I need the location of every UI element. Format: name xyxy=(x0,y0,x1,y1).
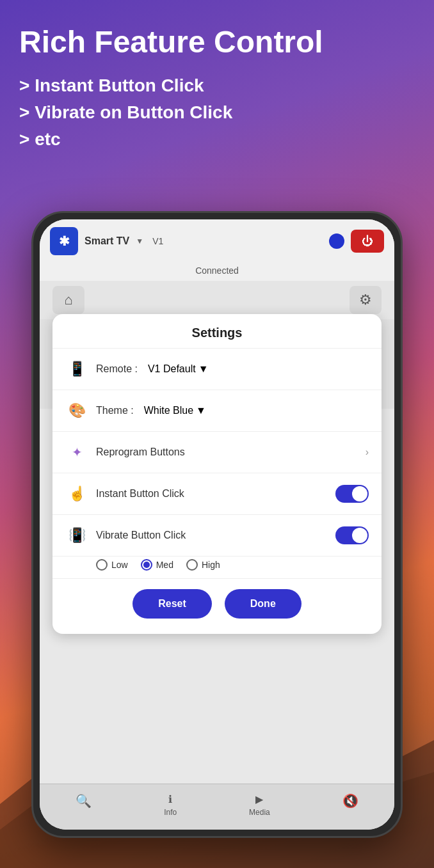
phone-mockup: ✱ Smart TV ▼ V1 ⏻ Connected ⌂ ⚙ xyxy=(31,211,403,838)
vibrate-options-row: Low Med High xyxy=(52,556,382,579)
remote-icon: 📱 xyxy=(65,358,88,381)
phone-screen: ✱ Smart TV ▼ V1 ⏻ Connected ⌂ ⚙ xyxy=(40,219,394,830)
instant-click-toggle[interactable] xyxy=(335,485,369,503)
search-icon: 🔍 xyxy=(76,793,92,809)
device-name-label: Smart TV xyxy=(84,235,129,247)
settings-title: Settings xyxy=(52,314,382,349)
device-dropdown-arrow[interactable]: ▼ xyxy=(136,237,143,246)
remote-value: V1 Default xyxy=(148,363,196,375)
power-icon: ⏻ xyxy=(362,235,373,248)
bottom-nav-search[interactable]: 🔍 xyxy=(65,791,102,819)
bottom-nav-info[interactable]: ℹ Info xyxy=(154,791,187,819)
instant-click-setting-row: ☝ Instant Button Click xyxy=(52,473,382,515)
instant-click-label: Instant Button Click xyxy=(96,488,184,500)
theme-label: Theme : xyxy=(96,405,134,416)
info-label: Info xyxy=(164,808,177,817)
theme-setting-row: 🎨 Theme : White Blue ▼ xyxy=(52,390,382,432)
home-button[interactable]: ⌂ xyxy=(52,286,84,314)
version-label: V1 xyxy=(152,236,163,246)
features-list: > Instant Button Click > Vibrate on Butt… xyxy=(19,72,415,153)
info-icon: ℹ xyxy=(168,793,172,805)
remote-dropdown-arrow: ▼ xyxy=(198,363,209,375)
settings-button[interactable]: ⚙ xyxy=(350,286,382,314)
remote-dropdown[interactable]: V1 Default ▼ xyxy=(148,363,209,375)
header-section: Rich Feature Control > Instant Button Cl… xyxy=(0,13,434,166)
vibrate-high-radio[interactable] xyxy=(186,559,198,571)
vibrate-low-radio[interactable] xyxy=(96,559,108,571)
vibrate-high-label: High xyxy=(202,560,220,570)
bottom-nav-mute[interactable]: 🔇 xyxy=(332,791,369,819)
vibrate-setting-row: 📳 Vibrate Button Click xyxy=(52,515,382,556)
media-icon: ▶ xyxy=(255,793,263,805)
app-nav-row: ⌂ ⚙ xyxy=(40,281,394,319)
vibrate-label: Vibrate Button Click xyxy=(96,530,186,541)
connected-status: Connected xyxy=(40,263,394,281)
feature-1: > Instant Button Click xyxy=(19,72,415,99)
bottom-navigation: 🔍 ℹ Info ▶ Media 🔇 xyxy=(40,784,394,830)
vibrate-low-label: Low xyxy=(111,560,128,570)
theme-dropdown-arrow: ▼ xyxy=(196,405,206,416)
vibrate-icon: 📳 xyxy=(65,524,88,547)
connection-indicator xyxy=(329,233,344,249)
reprogram-label: Reprogram Buttons xyxy=(96,446,185,458)
reprogram-chevron: › xyxy=(366,446,369,458)
reprogram-icon: ✦ xyxy=(65,441,88,464)
feature-3: > etc xyxy=(19,126,415,153)
vibrate-high-option[interactable]: High xyxy=(186,559,220,571)
remote-label: Remote : xyxy=(96,363,138,375)
app-topbar: ✱ Smart TV ▼ V1 ⏻ xyxy=(40,219,394,263)
theme-icon: 🎨 xyxy=(65,399,88,422)
page-title: Rich Feature Control xyxy=(19,26,415,59)
theme-value: White Blue xyxy=(144,405,193,416)
reset-button[interactable]: Reset xyxy=(133,589,212,619)
vibrate-toggle[interactable] xyxy=(335,526,369,544)
remote-setting-row: 📱 Remote : V1 Default ▼ xyxy=(52,349,382,390)
bluetooth-icon: ✱ xyxy=(59,233,70,249)
feature-2: > Vibrate on Button Click xyxy=(19,99,415,126)
bluetooth-button[interactable]: ✱ xyxy=(50,227,78,255)
instant-click-icon: ☝ xyxy=(65,482,88,505)
mute-icon: 🔇 xyxy=(342,793,358,809)
power-button[interactable]: ⏻ xyxy=(351,230,384,253)
app-content: ✱ Smart TV ▼ V1 ⏻ Connected ⌂ ⚙ xyxy=(40,219,394,830)
done-button[interactable]: Done xyxy=(225,589,301,619)
bottom-nav-media[interactable]: ▶ Media xyxy=(239,791,280,819)
home-icon: ⌂ xyxy=(64,292,72,308)
vibrate-med-radio[interactable] xyxy=(141,559,152,571)
vibrate-med-option[interactable]: Med xyxy=(141,559,173,571)
media-label: Media xyxy=(249,808,270,817)
theme-dropdown[interactable]: White Blue ▼ xyxy=(144,405,206,416)
vibrate-med-label: Med xyxy=(156,560,173,570)
reprogram-setting-row[interactable]: ✦ Reprogram Buttons › xyxy=(52,432,382,473)
settings-gear-icon: ⚙ xyxy=(359,292,372,308)
vibrate-low-option[interactable]: Low xyxy=(96,559,128,571)
dialog-buttons: Reset Done xyxy=(52,579,382,621)
settings-dialog: Settings 📱 Remote : V1 Default ▼ 🎨 Theme… xyxy=(52,314,382,634)
